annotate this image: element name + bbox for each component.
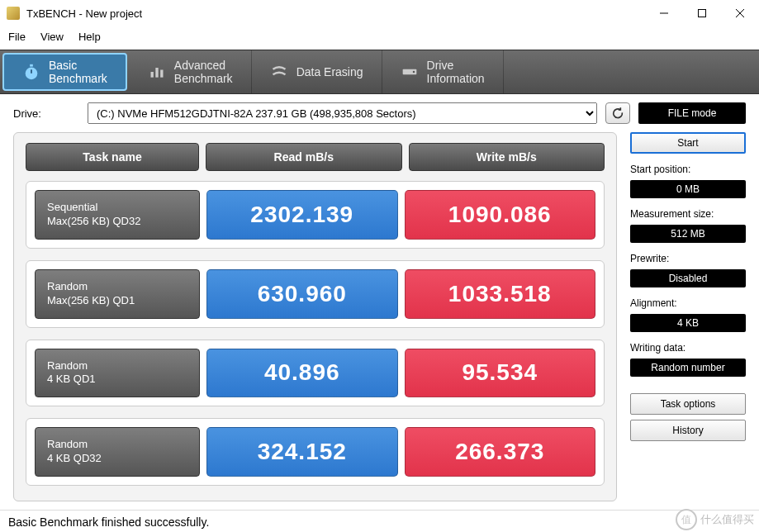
erase-icon bbox=[270, 63, 288, 81]
prewrite-label: Prewrite: bbox=[630, 253, 746, 264]
measurement-size-value[interactable]: 512 MB bbox=[630, 225, 746, 243]
read-value: 324.152 bbox=[206, 427, 398, 477]
task-name: Random4 KB QD32 bbox=[35, 427, 200, 477]
bars-icon bbox=[148, 63, 166, 81]
read-value: 40.896 bbox=[206, 349, 398, 398]
watermark-text: 什么值得买 bbox=[700, 512, 754, 527]
close-button[interactable] bbox=[721, 0, 759, 26]
result-row: RandomMax(256 KB) QD1 630.960 1033.518 bbox=[26, 260, 605, 328]
history-button[interactable]: History bbox=[630, 420, 746, 441]
write-value: 266.373 bbox=[405, 427, 596, 477]
menu-bar: File View Help bbox=[0, 26, 759, 46]
task-name: RandomMax(256 KB) QD1 bbox=[35, 269, 200, 319]
svg-rect-8 bbox=[155, 68, 158, 78]
tab-basic-benchmark[interactable]: Basic Benchmark bbox=[2, 53, 127, 91]
measurement-size-label: Measurement size: bbox=[630, 208, 746, 220]
tab-label: Drive Information bbox=[427, 59, 485, 85]
header-write: Write mB/s bbox=[409, 143, 605, 171]
read-value: 2302.139 bbox=[206, 190, 398, 240]
tab-label: Data Erasing bbox=[296, 65, 363, 78]
app-icon bbox=[7, 7, 20, 20]
results-panel: Task name Read mB/s Write mB/s Sequentia… bbox=[13, 132, 617, 501]
result-row: Random4 KB QD1 40.896 95.534 bbox=[26, 340, 605, 407]
watermark: 值 什么值得买 bbox=[676, 509, 754, 530]
result-row: SequentialMax(256 KB) QD32 2302.139 1090… bbox=[26, 181, 605, 249]
main-area: Task name Read mB/s Write mB/s Sequentia… bbox=[0, 132, 759, 501]
side-panel: Start Start position: 0 MB Measurement s… bbox=[630, 132, 746, 501]
menu-view[interactable]: View bbox=[40, 31, 64, 43]
maximize-button[interactable] bbox=[683, 0, 721, 26]
watermark-logo-icon: 值 bbox=[676, 509, 697, 530]
tab-data-erasing[interactable]: Data Erasing bbox=[252, 50, 382, 93]
start-position-value[interactable]: 0 MB bbox=[630, 180, 746, 198]
file-mode-button[interactable]: FILE mode bbox=[638, 102, 746, 124]
title-bar: TxBENCH - New project bbox=[0, 0, 759, 26]
start-button[interactable]: Start bbox=[630, 132, 746, 154]
svg-rect-9 bbox=[160, 70, 163, 78]
task-name: Random4 KB QD1 bbox=[35, 349, 200, 398]
drive-select[interactable]: (C:) NVMe HFM512GDJTNI-82A 237.91 GB (49… bbox=[88, 102, 597, 124]
writing-data-label: Writing data: bbox=[630, 342, 746, 354]
write-value: 1090.086 bbox=[405, 190, 596, 240]
task-options-button[interactable]: Task options bbox=[630, 393, 746, 415]
svg-rect-5 bbox=[30, 64, 33, 67]
menu-file[interactable]: File bbox=[8, 31, 26, 43]
result-row: Random4 KB QD32 324.152 266.373 bbox=[26, 418, 605, 486]
minimize-button[interactable] bbox=[645, 0, 683, 26]
tab-label: Advanced Benchmark bbox=[174, 59, 233, 85]
writing-data-value[interactable]: Random number bbox=[630, 359, 746, 377]
write-value: 95.534 bbox=[405, 349, 596, 398]
header-read: Read mB/s bbox=[206, 143, 402, 171]
menu-help[interactable]: Help bbox=[78, 31, 101, 43]
tab-advanced-benchmark[interactable]: Advanced Benchmark bbox=[130, 50, 252, 93]
header-task: Task name bbox=[26, 143, 199, 171]
start-position-label: Start position: bbox=[630, 164, 746, 175]
drive-icon bbox=[401, 63, 419, 81]
drive-row: Drive: (C:) NVMe HFM512GDJTNI-82A 237.91… bbox=[0, 94, 759, 132]
prewrite-value[interactable]: Disabled bbox=[630, 269, 746, 287]
write-value: 1033.518 bbox=[405, 269, 596, 319]
alignment-label: Alignment: bbox=[630, 297, 746, 309]
tab-ribbon: Basic Benchmark Advanced Benchmark Data … bbox=[0, 50, 759, 94]
refresh-button[interactable] bbox=[605, 102, 630, 124]
status-bar: Basic Benchmark finished successfully. bbox=[0, 510, 759, 532]
alignment-value[interactable]: 4 KB bbox=[630, 314, 746, 332]
task-name: SequentialMax(256 KB) QD32 bbox=[35, 190, 200, 240]
svg-rect-7 bbox=[150, 72, 153, 78]
stopwatch-icon bbox=[22, 63, 40, 81]
tab-drive-information[interactable]: Drive Information bbox=[382, 50, 504, 93]
header-row: Task name Read mB/s Write mB/s bbox=[26, 143, 605, 171]
tab-label: Basic Benchmark bbox=[49, 59, 107, 85]
svg-rect-1 bbox=[699, 10, 706, 17]
read-value: 630.960 bbox=[206, 269, 398, 319]
window-title: TxBENCH - New project bbox=[26, 7, 645, 20]
svg-point-11 bbox=[412, 71, 415, 74]
drive-label: Drive: bbox=[13, 107, 79, 120]
